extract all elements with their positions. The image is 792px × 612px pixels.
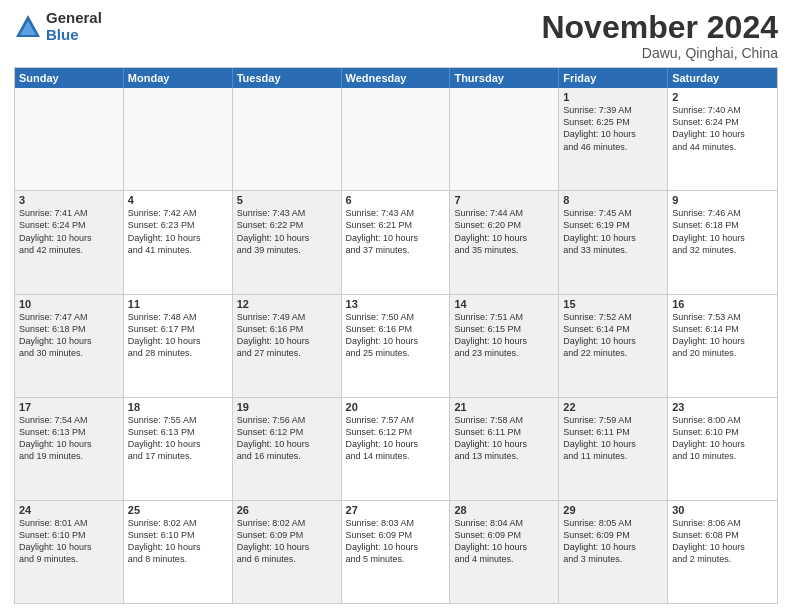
day-info: Sunrise: 7:58 AM Sunset: 6:11 PM Dayligh… (454, 414, 554, 463)
day-number: 24 (19, 504, 119, 516)
calendar-cell: 20Sunrise: 7:57 AM Sunset: 6:12 PM Dayli… (342, 398, 451, 500)
day-info: Sunrise: 7:43 AM Sunset: 6:22 PM Dayligh… (237, 207, 337, 256)
calendar-cell: 26Sunrise: 8:02 AM Sunset: 6:09 PM Dayli… (233, 501, 342, 603)
day-number: 8 (563, 194, 663, 206)
logo-blue: Blue (46, 27, 102, 44)
calendar-row: 17Sunrise: 7:54 AM Sunset: 6:13 PM Dayli… (15, 398, 777, 501)
day-info: Sunrise: 7:54 AM Sunset: 6:13 PM Dayligh… (19, 414, 119, 463)
day-info: Sunrise: 7:48 AM Sunset: 6:17 PM Dayligh… (128, 311, 228, 360)
day-number: 7 (454, 194, 554, 206)
calendar-row: 1Sunrise: 7:39 AM Sunset: 6:25 PM Daylig… (15, 88, 777, 191)
day-info: Sunrise: 8:02 AM Sunset: 6:10 PM Dayligh… (128, 517, 228, 566)
calendar-cell: 3Sunrise: 7:41 AM Sunset: 6:24 PM Daylig… (15, 191, 124, 293)
day-number: 30 (672, 504, 773, 516)
calendar-cell: 17Sunrise: 7:54 AM Sunset: 6:13 PM Dayli… (15, 398, 124, 500)
calendar-cell: 25Sunrise: 8:02 AM Sunset: 6:10 PM Dayli… (124, 501, 233, 603)
calendar-cell: 9Sunrise: 7:46 AM Sunset: 6:18 PM Daylig… (668, 191, 777, 293)
day-info: Sunrise: 7:49 AM Sunset: 6:16 PM Dayligh… (237, 311, 337, 360)
day-info: Sunrise: 8:01 AM Sunset: 6:10 PM Dayligh… (19, 517, 119, 566)
calendar-row: 3Sunrise: 7:41 AM Sunset: 6:24 PM Daylig… (15, 191, 777, 294)
day-info: Sunrise: 7:41 AM Sunset: 6:24 PM Dayligh… (19, 207, 119, 256)
day-number: 23 (672, 401, 773, 413)
calendar-cell: 7Sunrise: 7:44 AM Sunset: 6:20 PM Daylig… (450, 191, 559, 293)
calendar-cell: 16Sunrise: 7:53 AM Sunset: 6:14 PM Dayli… (668, 295, 777, 397)
day-info: Sunrise: 7:47 AM Sunset: 6:18 PM Dayligh… (19, 311, 119, 360)
day-info: Sunrise: 7:59 AM Sunset: 6:11 PM Dayligh… (563, 414, 663, 463)
day-info: Sunrise: 7:44 AM Sunset: 6:20 PM Dayligh… (454, 207, 554, 256)
logo-icon (14, 13, 42, 41)
calendar-header: SundayMondayTuesdayWednesdayThursdayFrid… (15, 68, 777, 88)
day-info: Sunrise: 7:45 AM Sunset: 6:19 PM Dayligh… (563, 207, 663, 256)
calendar-body: 1Sunrise: 7:39 AM Sunset: 6:25 PM Daylig… (15, 88, 777, 603)
calendar-cell: 30Sunrise: 8:06 AM Sunset: 6:08 PM Dayli… (668, 501, 777, 603)
weekday-header: Wednesday (342, 68, 451, 88)
day-number: 4 (128, 194, 228, 206)
calendar-cell (15, 88, 124, 190)
calendar-cell (342, 88, 451, 190)
day-number: 28 (454, 504, 554, 516)
calendar-cell: 8Sunrise: 7:45 AM Sunset: 6:19 PM Daylig… (559, 191, 668, 293)
day-number: 20 (346, 401, 446, 413)
calendar-cell: 4Sunrise: 7:42 AM Sunset: 6:23 PM Daylig… (124, 191, 233, 293)
calendar-cell: 5Sunrise: 7:43 AM Sunset: 6:22 PM Daylig… (233, 191, 342, 293)
weekday-header: Thursday (450, 68, 559, 88)
day-info: Sunrise: 7:57 AM Sunset: 6:12 PM Dayligh… (346, 414, 446, 463)
day-number: 16 (672, 298, 773, 310)
day-info: Sunrise: 8:03 AM Sunset: 6:09 PM Dayligh… (346, 517, 446, 566)
page: General Blue November 2024 Dawu, Qinghai… (0, 0, 792, 612)
calendar-cell: 12Sunrise: 7:49 AM Sunset: 6:16 PM Dayli… (233, 295, 342, 397)
calendar-cell: 1Sunrise: 7:39 AM Sunset: 6:25 PM Daylig… (559, 88, 668, 190)
logo: General Blue (14, 10, 102, 43)
day-number: 14 (454, 298, 554, 310)
calendar: SundayMondayTuesdayWednesdayThursdayFrid… (14, 67, 778, 604)
calendar-cell: 10Sunrise: 7:47 AM Sunset: 6:18 PM Dayli… (15, 295, 124, 397)
calendar-cell: 22Sunrise: 7:59 AM Sunset: 6:11 PM Dayli… (559, 398, 668, 500)
day-info: Sunrise: 7:53 AM Sunset: 6:14 PM Dayligh… (672, 311, 773, 360)
day-info: Sunrise: 7:56 AM Sunset: 6:12 PM Dayligh… (237, 414, 337, 463)
day-info: Sunrise: 7:51 AM Sunset: 6:15 PM Dayligh… (454, 311, 554, 360)
logo-general: General (46, 10, 102, 27)
calendar-cell: 28Sunrise: 8:04 AM Sunset: 6:09 PM Dayli… (450, 501, 559, 603)
day-info: Sunrise: 8:02 AM Sunset: 6:09 PM Dayligh… (237, 517, 337, 566)
day-number: 22 (563, 401, 663, 413)
day-info: Sunrise: 7:43 AM Sunset: 6:21 PM Dayligh… (346, 207, 446, 256)
day-number: 3 (19, 194, 119, 206)
day-number: 18 (128, 401, 228, 413)
calendar-cell: 15Sunrise: 7:52 AM Sunset: 6:14 PM Dayli… (559, 295, 668, 397)
day-number: 11 (128, 298, 228, 310)
day-number: 15 (563, 298, 663, 310)
calendar-cell (450, 88, 559, 190)
calendar-cell: 19Sunrise: 7:56 AM Sunset: 6:12 PM Dayli… (233, 398, 342, 500)
day-number: 2 (672, 91, 773, 103)
day-info: Sunrise: 7:40 AM Sunset: 6:24 PM Dayligh… (672, 104, 773, 153)
calendar-cell (124, 88, 233, 190)
weekday-header: Sunday (15, 68, 124, 88)
day-info: Sunrise: 7:50 AM Sunset: 6:16 PM Dayligh… (346, 311, 446, 360)
day-info: Sunrise: 7:46 AM Sunset: 6:18 PM Dayligh… (672, 207, 773, 256)
calendar-cell: 14Sunrise: 7:51 AM Sunset: 6:15 PM Dayli… (450, 295, 559, 397)
day-info: Sunrise: 8:00 AM Sunset: 6:10 PM Dayligh… (672, 414, 773, 463)
day-info: Sunrise: 8:06 AM Sunset: 6:08 PM Dayligh… (672, 517, 773, 566)
header: General Blue November 2024 Dawu, Qinghai… (14, 10, 778, 61)
day-number: 27 (346, 504, 446, 516)
calendar-cell: 11Sunrise: 7:48 AM Sunset: 6:17 PM Dayli… (124, 295, 233, 397)
day-info: Sunrise: 8:05 AM Sunset: 6:09 PM Dayligh… (563, 517, 663, 566)
title-block: November 2024 Dawu, Qinghai, China (541, 10, 778, 61)
day-info: Sunrise: 8:04 AM Sunset: 6:09 PM Dayligh… (454, 517, 554, 566)
day-info: Sunrise: 7:42 AM Sunset: 6:23 PM Dayligh… (128, 207, 228, 256)
day-number: 29 (563, 504, 663, 516)
weekday-header: Monday (124, 68, 233, 88)
calendar-cell: 2Sunrise: 7:40 AM Sunset: 6:24 PM Daylig… (668, 88, 777, 190)
day-info: Sunrise: 7:39 AM Sunset: 6:25 PM Dayligh… (563, 104, 663, 153)
day-number: 1 (563, 91, 663, 103)
day-info: Sunrise: 7:55 AM Sunset: 6:13 PM Dayligh… (128, 414, 228, 463)
logo-text: General Blue (46, 10, 102, 43)
day-number: 25 (128, 504, 228, 516)
calendar-cell: 23Sunrise: 8:00 AM Sunset: 6:10 PM Dayli… (668, 398, 777, 500)
calendar-cell: 29Sunrise: 8:05 AM Sunset: 6:09 PM Dayli… (559, 501, 668, 603)
day-number: 12 (237, 298, 337, 310)
calendar-cell: 6Sunrise: 7:43 AM Sunset: 6:21 PM Daylig… (342, 191, 451, 293)
title-month: November 2024 (541, 10, 778, 45)
calendar-cell: 13Sunrise: 7:50 AM Sunset: 6:16 PM Dayli… (342, 295, 451, 397)
title-location: Dawu, Qinghai, China (541, 45, 778, 61)
